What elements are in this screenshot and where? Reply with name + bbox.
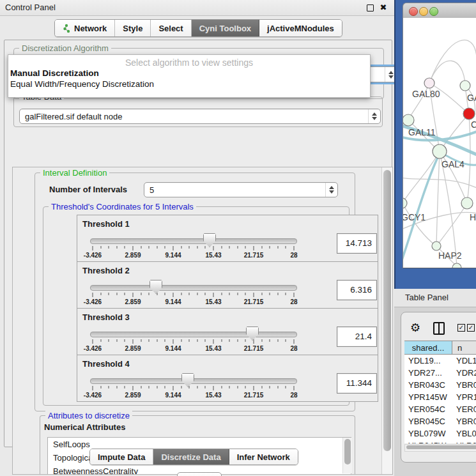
table-row[interactable]: YBL079WYBL0 <box>404 427 476 440</box>
tab-select[interactable]: Select <box>151 20 191 36</box>
cell-name[interactable]: YBR0 <box>452 415 476 427</box>
network-window-titlebar[interactable] <box>403 3 476 19</box>
menu-item-equal-width-frequency[interactable]: Equal Width/Frequency Discretization <box>10 79 154 89</box>
tab-infer-network-label: Infer Network <box>237 452 290 462</box>
table-hscrollbar-thumb[interactable] <box>406 445 476 449</box>
tab-discretize-data[interactable]: Discretize Data <box>153 449 229 464</box>
slider-tick <box>116 386 117 388</box>
table-row[interactable]: YDL19...YDL1 <box>404 355 476 367</box>
slider-tick <box>221 246 222 249</box>
node-top-right[interactable] <box>460 81 470 91</box>
slider-tick <box>254 246 254 250</box>
num-intervals-select[interactable]: 5 <box>144 182 338 197</box>
slider-tick-label: 9.144 <box>165 298 181 305</box>
node-gcy1[interactable] <box>403 198 407 208</box>
threshold-value-field[interactable]: 21.4 <box>337 326 377 347</box>
cyni-bottom-tabbar: Impute Data Discretize Data Infer Networ… <box>89 449 298 465</box>
table-row[interactable]: YDR27...YDR2 <box>404 367 476 379</box>
cell-name[interactable]: YER0 <box>452 403 476 415</box>
cell-name[interactable]: YLR3 <box>452 440 476 443</box>
table-row[interactable]: YPR145WYPR1 <box>404 391 476 403</box>
node-red-selected[interactable] <box>463 108 475 119</box>
cell-name[interactable]: YBL0 <box>452 427 476 440</box>
slider-tick <box>245 293 246 295</box>
attributes-scrollbar-thumb[interactable] <box>344 439 351 464</box>
node-gal11[interactable] <box>403 114 414 126</box>
slider-track[interactable] <box>90 332 297 337</box>
slider-thumb[interactable] <box>246 326 259 341</box>
cell-shared-name[interactable]: YDL19... <box>404 355 452 367</box>
settings-scrollbar-thumb[interactable] <box>383 170 391 451</box>
columns-icon[interactable] <box>433 322 445 335</box>
threshold-value-field[interactable]: 14.713 <box>337 233 377 254</box>
cell-name[interactable]: YBR0 <box>452 379 476 391</box>
cell-name[interactable]: YDR2 <box>452 367 476 379</box>
apply-button[interactable]: Apply <box>177 472 222 476</box>
tab-impute-data[interactable]: Impute Data <box>90 449 153 464</box>
table-row[interactable]: YLR345WYLR3 <box>404 440 476 443</box>
node-right-mid[interactable] <box>461 197 473 209</box>
table-hscrollbar[interactable] <box>404 444 476 452</box>
tab-style[interactable]: Style <box>115 20 151 36</box>
node-hap2[interactable] <box>432 242 441 250</box>
cell-shared-name[interactable]: YPR145W <box>404 391 452 403</box>
slider-thumb[interactable] <box>181 373 194 387</box>
slider-thumb[interactable] <box>203 233 216 247</box>
node-bottom-partial[interactable] <box>452 263 461 268</box>
node-label-partial-ga: GA <box>467 93 476 103</box>
minimize-traffic-light-icon[interactable] <box>419 7 428 16</box>
attributes-scrollbar[interactable] <box>342 438 352 473</box>
settings-scrollview: Interval Definition Number of Intervals … <box>12 167 393 475</box>
threshold-value-field[interactable]: 11.344 <box>337 373 377 394</box>
cell-shared-name[interactable]: YBR045C <box>404 415 452 427</box>
menu-item-manual-discretization[interactable]: Manual Discretization <box>10 68 99 78</box>
threshold-value-field[interactable]: 6.316 <box>337 280 377 300</box>
node-gal80[interactable] <box>424 78 434 88</box>
float-window-icon[interactable] <box>367 4 374 12</box>
node-gal4[interactable] <box>433 144 447 158</box>
slider-tick <box>93 246 93 250</box>
slider-tick-label: 28 <box>290 252 297 259</box>
column-header-shared-name[interactable]: shared... <box>404 341 452 355</box>
slider-tick <box>173 246 174 250</box>
slider-tick-label: -3.426 <box>84 298 102 305</box>
table-row[interactable]: YBR045CYBR0 <box>404 415 476 427</box>
slider-tick-label: 9.144 <box>165 345 181 352</box>
threshold-label: Threshold 3 <box>82 312 130 322</box>
cell-shared-name[interactable]: YBL079W <box>404 427 452 440</box>
slider-thumb[interactable] <box>150 280 162 294</box>
checkbox-icon[interactable]: ✓ <box>467 324 475 332</box>
column-header-name[interactable]: n <box>452 341 476 355</box>
slider-tick <box>205 339 206 342</box>
tab-network[interactable]: Network <box>55 20 115 36</box>
close-traffic-light-icon[interactable] <box>409 7 418 16</box>
slider-tick <box>109 386 109 388</box>
table-row[interactable]: YBR043CYBR0 <box>404 379 476 391</box>
cell-shared-name[interactable]: YLR345W <box>404 440 452 443</box>
cell-name[interactable]: YDL1 <box>452 355 476 367</box>
cell-shared-name[interactable]: YDR27... <box>404 367 452 379</box>
gear-icon[interactable]: ⚙ <box>410 322 420 334</box>
settings-scrollbar[interactable] <box>381 167 392 474</box>
zoom-traffic-light-icon[interactable] <box>429 7 438 16</box>
tab-cyni-toolbox[interactable]: Cyni Toolbox <box>192 20 259 36</box>
slider-tick <box>205 293 206 295</box>
algorithm-dropdown-popup: Select algorithm to view settings Manual… <box>8 54 371 98</box>
tab-jactivemnodules[interactable]: jActiveMNodules <box>259 20 342 36</box>
slider-tick <box>277 339 278 342</box>
node-label-hap2: HAP2 <box>438 250 462 261</box>
table-data-select[interactable]: galFiltered.sif default node <box>19 109 381 124</box>
cell-name[interactable]: YPR1 <box>452 391 476 403</box>
cell-shared-name[interactable]: YBR043C <box>404 379 452 391</box>
network-canvas[interactable]: GAL80 GA C GAL11 GAL4 GCY1 H HAP2 <box>403 18 476 268</box>
table-row[interactable]: YER054CYER0 <box>404 403 476 415</box>
slider-tick <box>189 386 190 388</box>
checkbox-icon[interactable]: ✓ <box>457 324 465 332</box>
slider-tick <box>213 293 214 297</box>
cell-shared-name[interactable]: YER054C <box>404 403 452 415</box>
attributes-title: Attributes to discretize <box>45 411 132 420</box>
close-icon[interactable]: ✖ <box>379 3 388 12</box>
slider-track[interactable] <box>90 238 297 244</box>
tab-infer-network[interactable]: Infer Network <box>229 449 298 464</box>
slider-track[interactable] <box>90 285 297 291</box>
